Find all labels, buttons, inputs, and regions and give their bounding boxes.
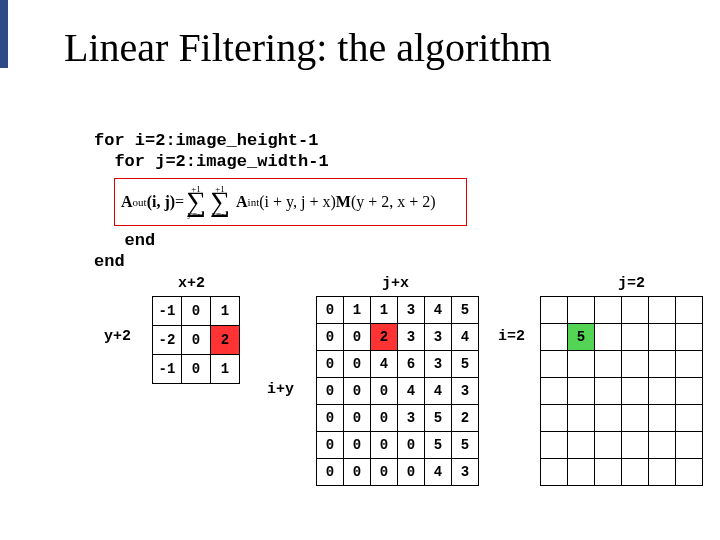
- code-block-bottom: end end: [94, 230, 155, 273]
- output-cell: [568, 297, 595, 324]
- image-cell: 0: [317, 432, 344, 459]
- image-cell: 4: [371, 351, 398, 378]
- output-cell: [595, 324, 622, 351]
- image-cell: 5: [425, 432, 452, 459]
- output-cell: [541, 405, 568, 432]
- output-cell: [622, 297, 649, 324]
- output-cell: [595, 459, 622, 486]
- output-cell: [595, 351, 622, 378]
- image-cell: 2: [452, 405, 479, 432]
- image-cell: 0: [317, 459, 344, 486]
- image-cell: 0: [344, 324, 371, 351]
- output-cell: [649, 378, 676, 405]
- image-cell: 0: [344, 459, 371, 486]
- image-cell: 4: [425, 459, 452, 486]
- kernel-cell: 2: [211, 326, 240, 355]
- image-cell: 0: [317, 405, 344, 432]
- output-cell: [622, 459, 649, 486]
- image-cell: 3: [398, 405, 425, 432]
- output-cell: [676, 324, 703, 351]
- output-cell: [568, 405, 595, 432]
- output-cell: [676, 405, 703, 432]
- output-cell: [541, 378, 568, 405]
- kernel-cell: 1: [211, 297, 240, 326]
- kernel-cell: -1: [153, 297, 182, 326]
- output-cell: [622, 378, 649, 405]
- output-cell: [649, 405, 676, 432]
- output-cell: [649, 351, 676, 378]
- output-cell: [649, 297, 676, 324]
- image-cell: 0: [371, 459, 398, 486]
- image-cell: 5: [452, 432, 479, 459]
- image-top-label: j+x: [382, 275, 409, 292]
- image-cell: 3: [452, 378, 479, 405]
- kernel-cell: 0: [182, 355, 211, 384]
- page-title: Linear Filtering: the algorithm: [64, 24, 552, 71]
- image-cell: 0: [317, 378, 344, 405]
- output-cell: [595, 297, 622, 324]
- image-cell: 0: [371, 405, 398, 432]
- output-cell: [595, 378, 622, 405]
- kernel-top-label: x+2: [178, 275, 205, 292]
- output-cell: [649, 432, 676, 459]
- image-cell: 4: [398, 378, 425, 405]
- output-cell: [568, 432, 595, 459]
- output-cell: [541, 432, 568, 459]
- output-cell: [595, 405, 622, 432]
- output-cell: [568, 378, 595, 405]
- image-cell: 2: [371, 324, 398, 351]
- kernel-cell: 0: [182, 297, 211, 326]
- image-cell: 0: [344, 432, 371, 459]
- output-cell: [649, 459, 676, 486]
- image-cell: 1: [371, 297, 398, 324]
- accent-bar: [0, 0, 8, 68]
- image-cell: 3: [425, 324, 452, 351]
- output-cell: 5: [568, 324, 595, 351]
- image-cell: 0: [398, 432, 425, 459]
- output-cell: [622, 432, 649, 459]
- image-cell: 5: [452, 297, 479, 324]
- image-cell: 4: [425, 378, 452, 405]
- image-cell: 4: [425, 297, 452, 324]
- output-cell: [649, 324, 676, 351]
- output-cell: [676, 378, 703, 405]
- output-cell: [676, 459, 703, 486]
- image-cell: 0: [398, 459, 425, 486]
- image-cell: 0: [344, 378, 371, 405]
- kernel-cell: -1: [153, 355, 182, 384]
- code-block-top: for i=2:image_height-1 for j=2:image_wid…: [94, 130, 329, 173]
- output-cell: [676, 432, 703, 459]
- image-cell: 3: [398, 297, 425, 324]
- image-cell: 0: [317, 297, 344, 324]
- formula-box: Aout(i, j) = +1∑y=-1 +1∑x=-1 Aint(i + y,…: [114, 178, 467, 226]
- image-cell: 0: [317, 324, 344, 351]
- image-matrix: 0113450023340046350004430003520000550000…: [316, 296, 479, 486]
- output-cell: [676, 297, 703, 324]
- output-cell: [595, 432, 622, 459]
- image-cell: 0: [344, 405, 371, 432]
- output-matrix: 5: [540, 296, 703, 486]
- image-cell: 0: [317, 351, 344, 378]
- kernel-cell: 1: [211, 355, 240, 384]
- output-cell: [622, 405, 649, 432]
- image-cell: 5: [452, 351, 479, 378]
- output-cell: [568, 351, 595, 378]
- image-cell: 1: [344, 297, 371, 324]
- output-cell: [541, 351, 568, 378]
- output-cell: [622, 351, 649, 378]
- output-cell: [541, 459, 568, 486]
- output-cell: [676, 351, 703, 378]
- image-cell: 4: [452, 324, 479, 351]
- image-cell: 3: [398, 324, 425, 351]
- output-top-label: j=2: [618, 275, 645, 292]
- image-left-label: i+y: [267, 381, 294, 398]
- image-cell: 3: [425, 351, 452, 378]
- output-cell: [541, 297, 568, 324]
- kernel-cell: 0: [182, 326, 211, 355]
- kernel-cell: -2: [153, 326, 182, 355]
- image-cell: 0: [371, 432, 398, 459]
- image-cell: 0: [344, 351, 371, 378]
- kernel-left-label: y+2: [104, 328, 131, 345]
- image-cell: 3: [452, 459, 479, 486]
- image-cell: 5: [425, 405, 452, 432]
